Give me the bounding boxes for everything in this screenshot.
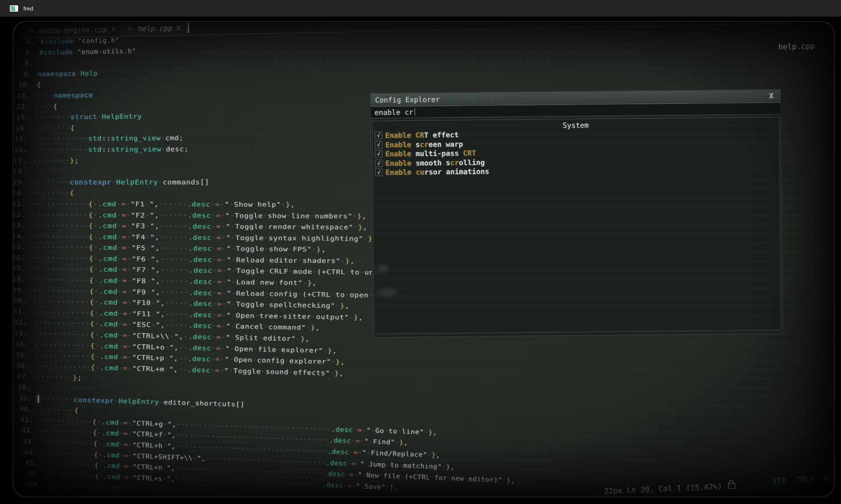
code-token: ·: [277, 346, 281, 353]
code-token: }: [73, 374, 78, 381]
code-token: ·: [356, 460, 360, 467]
code-token: ": [151, 266, 156, 274]
checkbox-icon[interactable]: √: [375, 141, 382, 148]
code-token: ·: [163, 420, 168, 428]
tab-audio-engine.cpp[interactable]: C+audio-engine.cppX: [22, 22, 122, 38]
code-token: ·: [447, 474, 452, 482]
code-token: Save": [364, 482, 386, 491]
code-token: ·: [112, 178, 116, 186]
code-token: ,: [155, 244, 160, 252]
code-token: ,: [511, 476, 515, 484]
code-token: ·: [297, 223, 301, 230]
code-token: {: [90, 309, 95, 317]
line-number: 22.: [13, 209, 26, 220]
code-token: =: [216, 223, 221, 230]
code-token: render: [268, 223, 297, 230]
editor-surface: 6.#include·"config.h"7.#include·"enum-ut…: [13, 21, 835, 497]
code-token: ·: [119, 441, 124, 448]
code-token: .desc: [188, 223, 212, 230]
checkbox-icon[interactable]: √: [375, 159, 383, 167]
code-token: ·: [74, 37, 78, 45]
code-token: ·: [230, 345, 235, 352]
code-token: ·: [127, 266, 132, 274]
code-token: ·: [352, 212, 357, 220]
code-token: ·: [118, 364, 123, 372]
code-token: output": [316, 313, 349, 321]
tab-bar: C+audio-engine.cppXC+help.cppX: [22, 21, 189, 38]
checkbox-icon[interactable]: √: [375, 132, 382, 139]
code-token: (+CTRL: [404, 473, 430, 481]
code-token: ··: [179, 344, 188, 352]
code-token: =: [121, 222, 126, 230]
config-option[interactable]: √Enable multi-pass CRT: [375, 148, 489, 158]
code-token: ·: [212, 278, 217, 286]
code-token: "CTRL+o: [132, 343, 165, 351]
code-token: ,: [160, 321, 165, 329]
line-number: 32.: [13, 317, 28, 328]
code-token: ·: [221, 245, 226, 252]
code-token: ·: [128, 430, 132, 438]
cpp-icon: C+: [128, 26, 134, 32]
code-token: ·: [128, 463, 133, 470]
code-token: Load: [236, 278, 255, 286]
code-token: matching": [403, 461, 442, 470]
code-token: .cmd: [99, 320, 118, 328]
code-token: ·: [296, 335, 301, 343]
close-icon[interactable]: X: [769, 92, 774, 100]
code-token: ·: [231, 256, 236, 264]
code-token: =: [121, 200, 126, 208]
code-token: ·: [118, 332, 123, 339]
code-token: ,: [350, 257, 355, 265]
code-token: .desc: [189, 311, 212, 319]
line-number: 42.: [19, 425, 35, 436]
code-token: "F8: [132, 277, 146, 284]
code-token: .cmd: [99, 287, 118, 295]
code-token: .cmd: [100, 353, 118, 361]
config-option[interactable]: √Enable smooth scrolling: [375, 157, 489, 167]
config-option[interactable]: √Enable CRT effect: [375, 130, 489, 140]
code-token: ·: [371, 427, 375, 434]
code-token: ·: [127, 244, 132, 252]
code-token: desc;: [166, 145, 189, 153]
config-option[interactable]: √Enable cursor animations: [375, 167, 489, 177]
code-token: tree-sitter: [259, 312, 311, 320]
option-text-segment: s: [411, 140, 420, 148]
code-token: ·: [93, 200, 98, 208]
close-icon[interactable]: X: [177, 24, 180, 31]
code-token: ·: [128, 364, 132, 372]
code-token: ·: [120, 452, 124, 459]
code-token: .desc: [189, 322, 212, 330]
line-number: 11.: [15, 90, 31, 101]
checkbox-icon[interactable]: √: [375, 150, 382, 158]
code-token: .cmd: [98, 222, 117, 229]
code-token: ": [151, 255, 155, 263]
code-token: highlighting": [302, 234, 363, 242]
code-token: Toggle: [236, 267, 265, 275]
code-token: help": [258, 201, 281, 208]
code-token: =: [217, 267, 222, 275]
code-token: ·: [169, 332, 174, 340]
line-number: 43.: [20, 436, 36, 447]
code-token: ······: [159, 200, 187, 208]
code-token: {: [53, 102, 58, 110]
code-token: ·: [118, 266, 123, 274]
code-token: ·: [363, 235, 368, 242]
code-token: ,: [155, 222, 160, 230]
code-token: Toggle: [235, 234, 264, 242]
code-token: ,: [160, 299, 165, 307]
code-token: ·: [97, 429, 101, 436]
code-token: ,: [340, 358, 345, 366]
code-token: ·: [397, 427, 402, 435]
checkbox-icon[interactable]: √: [375, 169, 383, 176]
code-token: .cmd: [99, 298, 118, 306]
code-token: ·: [264, 257, 269, 264]
code-token: file: [258, 345, 277, 353]
tab-help.cpp[interactable]: C+help.cppX: [121, 21, 187, 36]
line-number: 8.: [18, 58, 33, 69]
code-token: .cmd: [103, 473, 120, 481]
code-token: ·: [343, 482, 348, 489]
code-token: Open: [235, 345, 254, 353]
config-option[interactable]: √Enable screen warp: [375, 139, 489, 149]
close-icon[interactable]: X: [112, 26, 115, 33]
code-token: ·: [100, 483, 105, 491]
